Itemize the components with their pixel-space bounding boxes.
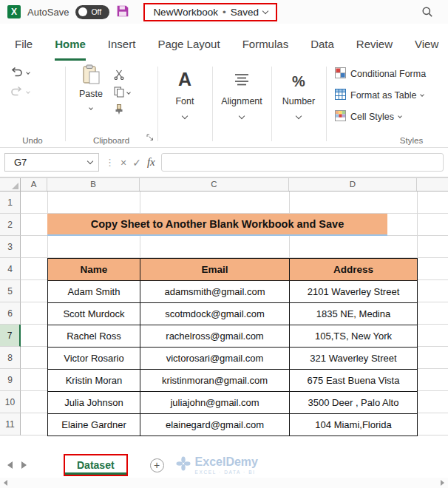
format-painter-icon bbox=[114, 104, 124, 118]
table-cell[interactable]: victorosari@gmail.com bbox=[140, 348, 290, 370]
table-cell[interactable]: 1835 NE, Medina bbox=[290, 303, 418, 325]
insert-function-button[interactable]: fx bbox=[147, 156, 155, 169]
save-icon bbox=[116, 4, 129, 20]
formula-input[interactable] bbox=[161, 153, 444, 172]
row-header-1[interactable]: 1 bbox=[0, 192, 21, 214]
table-cell[interactable]: 104 Miami,Florida bbox=[290, 414, 418, 436]
row-header-2[interactable]: 2 bbox=[0, 214, 21, 236]
redo-icon bbox=[10, 86, 23, 99]
row-header-7-active[interactable]: 7 bbox=[0, 325, 21, 347]
number-group-button[interactable]: % Number bbox=[271, 61, 326, 147]
save-button[interactable] bbox=[116, 4, 129, 20]
menu-view[interactable]: View bbox=[415, 38, 438, 61]
font-group-button[interactable]: A Font bbox=[157, 61, 212, 147]
row-header-8[interactable]: 8 bbox=[0, 347, 21, 369]
table-cell[interactable]: Kristin Moran bbox=[48, 370, 140, 392]
document-name: NewWorkbook bbox=[153, 7, 218, 18]
search-button[interactable] bbox=[421, 6, 433, 20]
cell-styles-button[interactable]: Cell Styles bbox=[335, 110, 401, 123]
cancel-button[interactable]: × bbox=[121, 157, 126, 169]
chevron-down-icon bbox=[182, 113, 188, 119]
cut-button[interactable] bbox=[114, 70, 124, 83]
table-cell[interactable]: 2101 Waverley Street bbox=[290, 281, 418, 303]
drag-handle-icon[interactable]: ⋮ bbox=[105, 157, 115, 168]
table-cell[interactable]: Elaine Gardner bbox=[48, 414, 140, 436]
menu-page-layout[interactable]: Page Layout bbox=[157, 38, 220, 61]
formula-bar: G7 ⋮ × ✓ fx bbox=[0, 148, 448, 177]
column-header-a[interactable]: A bbox=[21, 178, 47, 191]
scroll-right-icon[interactable] bbox=[441, 480, 444, 486]
table-cell[interactable]: elainegard@gmail.com bbox=[140, 414, 290, 436]
table-cell[interactable]: 321 Waverley Street bbox=[290, 348, 418, 370]
row-header-3[interactable]: 3 bbox=[0, 236, 21, 258]
paste-label: Paste bbox=[74, 89, 108, 99]
select-all-corner[interactable] bbox=[0, 178, 21, 191]
horizontal-scrollbar bbox=[0, 478, 448, 488]
column-header-fill bbox=[417, 178, 448, 191]
row-header-5[interactable]: 5 bbox=[0, 280, 21, 302]
table-cell[interactable]: Julia Johnson bbox=[48, 392, 140, 414]
copy-button[interactable] bbox=[114, 87, 130, 101]
table-cell[interactable]: adamsmith@gmail.com bbox=[140, 281, 290, 303]
row-header-11[interactable]: 11 bbox=[0, 413, 21, 436]
clipboard-dialog-launcher[interactable] bbox=[146, 131, 154, 144]
scroll-left-icon[interactable] bbox=[4, 480, 7, 486]
chevron-down-icon bbox=[296, 113, 302, 119]
column-header-c[interactable]: C bbox=[140, 178, 289, 191]
enter-button[interactable]: ✓ bbox=[132, 157, 141, 169]
menu-review[interactable]: Review bbox=[356, 38, 393, 61]
menu-file[interactable]: File bbox=[15, 38, 33, 61]
row-header-4[interactable]: 4 bbox=[0, 258, 21, 280]
column-header-b[interactable]: B bbox=[47, 178, 140, 191]
table-cell[interactable]: rachelross@gmail.com bbox=[140, 325, 290, 348]
row-header-10[interactable]: 10 bbox=[0, 391, 21, 413]
data-table: Name Email Address Adam Smith adamsmith@… bbox=[47, 258, 418, 436]
alignment-group-button[interactable]: Alignment bbox=[212, 61, 271, 147]
document-title-dropdown[interactable]: NewWorkbook • Saved bbox=[143, 3, 277, 21]
grid-cells[interactable]: Copy Sheet to Another Blank Workbook and… bbox=[21, 192, 448, 436]
table-cell[interactable]: scotmdock@gmail.com bbox=[140, 303, 290, 325]
sheet-tab-bar: Dataset + ExcelDemy EXCEL · DATA · BI bbox=[0, 453, 448, 478]
format-as-table-button[interactable]: Format as Table bbox=[335, 89, 424, 102]
title-banner-cell[interactable]: Copy Sheet to Another Blank Workbook and… bbox=[47, 214, 387, 236]
table-header-address[interactable]: Address bbox=[290, 259, 418, 281]
row-header-6[interactable]: 6 bbox=[0, 302, 21, 325]
conditional-formatting-icon bbox=[335, 67, 346, 81]
table-cell[interactable]: 3500 Deer , Palo Alto bbox=[290, 392, 418, 414]
menu-home[interactable]: Home bbox=[55, 38, 86, 61]
table-cell[interactable]: 675 East Buena Vista bbox=[290, 370, 418, 392]
table-cell[interactable]: Victor Rosario bbox=[48, 348, 140, 370]
new-sheet-button[interactable]: + bbox=[150, 458, 164, 472]
menu-data[interactable]: Data bbox=[310, 38, 334, 61]
table-cell[interactable]: juliajohn@gmail.com bbox=[140, 392, 290, 414]
table-header-email[interactable]: Email bbox=[140, 259, 290, 281]
fx-icon: fx bbox=[147, 156, 155, 168]
paste-button[interactable]: Paste bbox=[74, 64, 108, 112]
undo-button[interactable] bbox=[10, 67, 65, 80]
document-status: Saved bbox=[231, 7, 259, 18]
prev-sheet-icon[interactable] bbox=[7, 461, 13, 469]
watermark-title: ExcelDemy bbox=[195, 456, 258, 468]
table-cell[interactable]: 105,TS, New York bbox=[290, 325, 418, 348]
column-header-d[interactable]: D bbox=[289, 178, 417, 191]
autosave-toggle[interactable]: Off bbox=[75, 5, 109, 19]
redo-button[interactable] bbox=[10, 86, 65, 99]
chevron-down-icon bbox=[398, 114, 402, 118]
alignment-group-label: Alignment bbox=[212, 96, 271, 106]
exceldemy-logo-icon bbox=[176, 456, 191, 474]
table-cell[interactable]: kristinmoran@gmail.com bbox=[140, 370, 290, 392]
conditional-formatting-button[interactable]: Conditional Forma bbox=[335, 67, 426, 81]
table-cell[interactable]: Rachel Ross bbox=[48, 325, 140, 348]
row-header-9[interactable]: 9 bbox=[0, 369, 21, 391]
menu-insert[interactable]: Insert bbox=[108, 38, 136, 61]
sheet-tab-dataset[interactable]: Dataset bbox=[65, 455, 126, 475]
format-painter-button[interactable] bbox=[114, 104, 124, 118]
name-box[interactable]: G7 bbox=[4, 153, 99, 172]
autosave-state: Off bbox=[91, 7, 101, 16]
next-sheet-icon[interactable] bbox=[21, 461, 27, 469]
table-cell[interactable]: Scott Murdock bbox=[48, 303, 140, 325]
menu-formulas[interactable]: Formulas bbox=[242, 38, 289, 61]
table-cell[interactable]: Adam Smith bbox=[48, 281, 140, 303]
grid-empty-area bbox=[0, 435, 448, 453]
table-header-name[interactable]: Name bbox=[48, 259, 140, 281]
